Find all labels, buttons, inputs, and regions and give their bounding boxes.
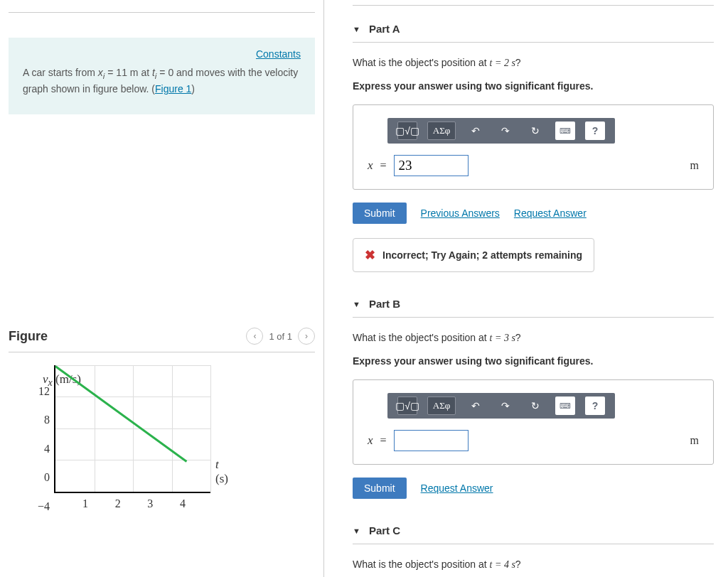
answer-instructions: Express your answer using two significan… <box>353 355 714 367</box>
answer-unit: m <box>690 434 699 447</box>
part-title: Part B <box>369 298 400 310</box>
part-b: ▼ Part B What is the object's position a… <box>353 293 714 499</box>
figure-next-button[interactable]: › <box>298 328 315 345</box>
request-answer-link[interactable]: Request Answer <box>421 482 493 494</box>
formula-toolbar: ▢√▢ ΑΣφ ↶ ↷ ↻ ⌨ ? <box>387 393 615 419</box>
answer-variable: x <box>368 433 373 448</box>
constants-link[interactable]: Constants <box>256 48 301 60</box>
velocity-graph: vx (m/s) 12840−4 <box>30 372 243 509</box>
plot-area: t (s) <box>54 365 210 493</box>
feedback-message: ✖ Incorrect; Try Again; 2 attempts remai… <box>353 238 594 272</box>
figure-pager-text: 1 of 1 <box>269 331 292 342</box>
answer-box: ▢√▢ ΑΣφ ↶ ↷ ↻ ⌨ ? x = m <box>353 379 714 465</box>
template-tool-icon[interactable]: ▢√▢ <box>397 397 417 415</box>
submit-button[interactable]: Submit <box>353 478 407 499</box>
keyboard-icon[interactable]: ⌨ <box>555 397 575 415</box>
part-title: Part A <box>369 23 400 35</box>
keyboard-icon[interactable]: ⌨ <box>555 122 575 140</box>
part-c: ▼ Part C What is the object's position a… <box>353 520 714 572</box>
answer-unit: m <box>690 159 699 172</box>
help-icon[interactable]: ? <box>585 122 605 140</box>
greek-tool-icon[interactable]: ΑΣφ <box>427 397 456 415</box>
answer-input[interactable] <box>394 155 469 176</box>
figure-title: Figure <box>9 329 48 344</box>
undo-icon[interactable]: ↶ <box>466 397 486 415</box>
answer-input[interactable] <box>394 430 469 451</box>
collapse-icon[interactable]: ▼ <box>353 300 360 308</box>
redo-icon[interactable]: ↷ <box>496 122 515 140</box>
question-text: What is the object's position at t = 4 s… <box>353 557 714 572</box>
problem-text: A car starts from xi = 11 m at ti = 0 an… <box>23 65 301 97</box>
undo-icon[interactable]: ↶ <box>466 122 486 140</box>
redo-icon[interactable]: ↷ <box>496 397 515 415</box>
question-text: What is the object's position at t = 2 s… <box>353 55 714 70</box>
submit-button[interactable]: Submit <box>353 203 407 224</box>
part-a: ▼ Part A What is the object's position a… <box>353 18 714 272</box>
greek-tool-icon[interactable]: ΑΣφ <box>427 122 456 140</box>
answer-box: ▢√▢ ΑΣφ ↶ ↷ ↻ ⌨ ? x = m <box>353 104 714 190</box>
answer-variable: x <box>368 158 373 173</box>
answer-instructions: Express your answer using two significan… <box>353 80 714 92</box>
part-title: Part C <box>369 524 400 536</box>
reset-icon[interactable]: ↻ <box>525 122 545 140</box>
question-text: What is the object's position at t = 3 s… <box>353 330 714 345</box>
reset-icon[interactable]: ↻ <box>525 397 545 415</box>
collapse-icon[interactable]: ▼ <box>353 25 360 33</box>
formula-toolbar: ▢√▢ ΑΣφ ↶ ↷ ↻ ⌨ ? <box>387 118 615 144</box>
velocity-line <box>55 365 187 462</box>
request-answer-link[interactable]: Request Answer <box>514 207 587 219</box>
template-tool-icon[interactable]: ▢√▢ <box>397 122 417 140</box>
problem-statement: Constants A car starts from xi = 11 m at… <box>9 38 315 114</box>
collapse-icon[interactable]: ▼ <box>353 527 360 535</box>
help-icon[interactable]: ? <box>585 397 605 415</box>
incorrect-icon: ✖ <box>365 247 375 263</box>
figure-prev-button[interactable]: ‹ <box>246 328 263 345</box>
previous-answers-link[interactable]: Previous Answers <box>421 207 500 219</box>
